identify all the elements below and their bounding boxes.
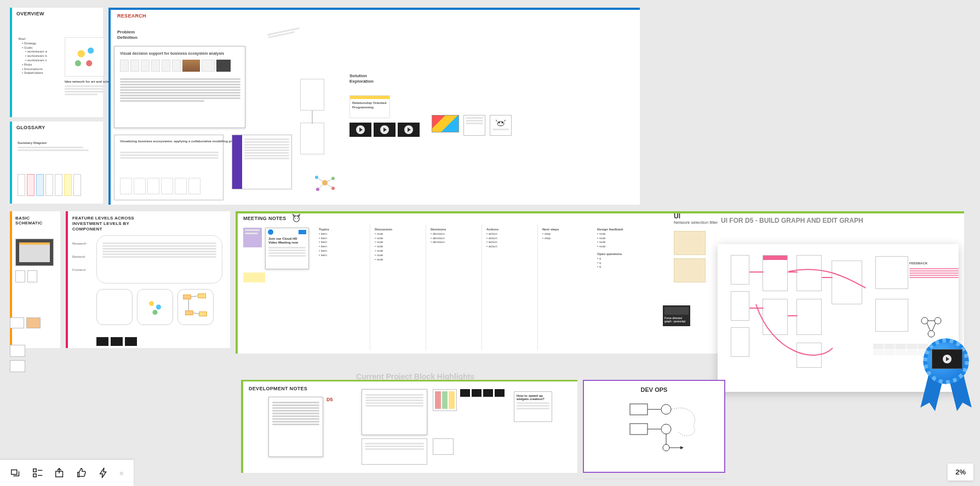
mural-canvas[interactable]: OVERVIEW Brief • Strategy • Goals • work… — [0, 0, 980, 486]
meeting-invite-headline: Join our Cloud HD Video Meeting now — [266, 236, 308, 246]
bottom-toolbar: « — [0, 460, 134, 486]
svg-line-26 — [927, 323, 930, 331]
development-notes-title: DEVELOPMENT NOTES — [249, 386, 307, 391]
collapse-toolbar-icon[interactable]: « — [119, 468, 124, 477]
section-glossary[interactable]: GLOSSARY Summary Diagram — [10, 121, 103, 204]
svg-line-9 — [325, 183, 333, 188]
research-solution-label: Solution Exploration — [349, 73, 374, 84]
yellow-sticky[interactable] — [243, 273, 265, 282]
connector-line — [300, 109, 324, 125]
svg-point-33 — [663, 444, 669, 451]
research-screenshot-purple[interactable]: Quick workflow: map and iterate — [232, 135, 292, 189]
award-ribbon-badge[interactable] — [921, 339, 971, 419]
feedback-strip[interactable]: FEEDBACK — [909, 262, 959, 279]
section-feature-levels[interactable]: FEATURE LEVELS ACROSS INVESTMENT LEVELS … — [66, 211, 230, 348]
meeting-columns: Topics • item• item • item• item • item•… — [316, 224, 594, 350]
stackoverflow-card[interactable]: How to speed up widgets creation? — [514, 391, 552, 422]
research-doc-main[interactable]: Visual decision support for business eco… — [114, 46, 245, 128]
thumbs-up-icon[interactable] — [76, 467, 88, 479]
svg-line-17 — [191, 296, 198, 297]
d5-label: D5 — [326, 397, 333, 402]
svg-point-31 — [661, 404, 671, 414]
section-overview[interactable]: OVERVIEW Brief • Strategy • Goals • work… — [10, 8, 103, 117]
paper-photo-1[interactable] — [674, 231, 706, 255]
force-graph-card[interactable]: Force directed graph - javascript — [663, 305, 690, 326]
frames-icon[interactable] — [10, 467, 22, 479]
svg-rect-29 — [630, 404, 647, 415]
schematic-screenshot[interactable] — [15, 239, 54, 266]
svg-rect-38 — [33, 474, 37, 477]
overview-outline: Brief • Strategy • Goals • workstream a … — [19, 37, 57, 76]
research-title: RESEARCH — [117, 13, 146, 19]
svg-line-19 — [193, 313, 199, 314]
glossary-thumb-row — [18, 174, 81, 196]
video-tile-2[interactable] — [374, 123, 396, 137]
video-tile-3[interactable] — [398, 123, 420, 137]
feature-thumbs — [96, 289, 214, 325]
solution-card-1[interactable]: Relationship Oriented Programming — [349, 95, 390, 118]
dog-icon — [495, 119, 506, 127]
meeting-invite-card[interactable]: Join our Cloud HD Video Meeting now — [265, 228, 309, 269]
svg-rect-15 — [186, 311, 193, 315]
svg-line-27 — [932, 323, 936, 331]
bolt-icon[interactable] — [98, 467, 110, 479]
dark-tiles[interactable] — [460, 389, 505, 397]
play-icon — [943, 355, 952, 363]
research-annotated-label — [267, 26, 300, 39]
mini-mindmap[interactable] — [311, 172, 339, 194]
svg-line-6 — [317, 177, 325, 183]
share-icon[interactable] — [54, 467, 66, 479]
research-dog-card[interactable] — [490, 115, 512, 136]
dev-ops-title: DEV OPS — [584, 386, 724, 393]
kanban-mini[interactable] — [433, 389, 457, 411]
bottom-right-table[interactable] — [873, 344, 928, 382]
svg-rect-16 — [199, 312, 207, 316]
video-tile-1[interactable] — [349, 123, 371, 137]
dev-doc-4[interactable] — [433, 438, 454, 455]
feature-matrix[interactable] — [96, 235, 222, 284]
ribbon-video-thumb[interactable] — [932, 349, 962, 369]
peeking-text — [583, 477, 725, 481]
section-dev-ops[interactable]: DEV OPS — [583, 380, 725, 473]
svg-point-32 — [661, 424, 671, 434]
purple-sticky[interactable] — [243, 228, 262, 247]
dev-doc-3[interactable] — [362, 438, 427, 465]
svg-rect-13 — [184, 295, 191, 299]
overview-thumb[interactable] — [65, 37, 104, 77]
section-research[interactable]: RESEARCH Problem Definition Visual decis… — [108, 8, 640, 205]
schematic-thumbs — [15, 270, 37, 282]
dev-doc-1[interactable] — [268, 397, 323, 457]
feature-rowlabels: Research Backend Frontend — [72, 242, 87, 271]
svg-point-12 — [502, 122, 503, 124]
research-doc-secondary[interactable]: Visualizing business ecosystems: applyin… — [114, 135, 223, 200]
paper-photo-2[interactable] — [674, 258, 706, 282]
svg-point-21 — [295, 218, 296, 219]
mini-graph-icon — [915, 310, 948, 343]
research-note-card[interactable] — [463, 115, 485, 136]
svg-point-22 — [297, 218, 298, 219]
svg-point-25 — [928, 331, 935, 337]
dev-ops-sketch[interactable] — [628, 398, 704, 459]
basic-schematic-title: BASIC SCHEMATIC — [15, 216, 43, 225]
glossary-title: GLOSSARY — [16, 125, 45, 130]
glossary-body: Summary Diagram — [18, 141, 94, 152]
research-empty-box-2[interactable] — [300, 123, 324, 154]
meeting-right-outline: Design feedback • note• note • note• not… — [597, 228, 668, 269]
ui-subtitle: Network selection filter — [674, 220, 718, 225]
svg-point-10 — [497, 121, 504, 126]
research-thumb-colourful[interactable] — [432, 115, 459, 132]
ui-title: UI — [674, 212, 680, 220]
components-icon[interactable] — [32, 467, 44, 479]
section-development-notes[interactable]: DEVELOPMENT NOTES D5 — [241, 380, 577, 473]
ui-flow-title: UI FOR D5 - BUILD GRAPH AND EDIT GRAPH — [721, 217, 863, 224]
zoom-indicator[interactable]: 2% — [948, 464, 973, 481]
stackoverflow-title: How to speed up widgets creation? — [517, 394, 549, 401]
research-empty-box-1[interactable] — [300, 79, 324, 111]
overview-caption: Idea network for art and science — [65, 80, 108, 96]
svg-point-11 — [498, 122, 500, 124]
schematic-extras[interactable] — [10, 317, 59, 372]
cat-icon — [291, 213, 301, 223]
feature-levels-title: FEATURE LEVELS ACROSS INVESTMENT LEVELS … — [72, 216, 134, 232]
svg-line-8 — [318, 183, 325, 189]
dev-doc-2[interactable] — [362, 389, 427, 435]
